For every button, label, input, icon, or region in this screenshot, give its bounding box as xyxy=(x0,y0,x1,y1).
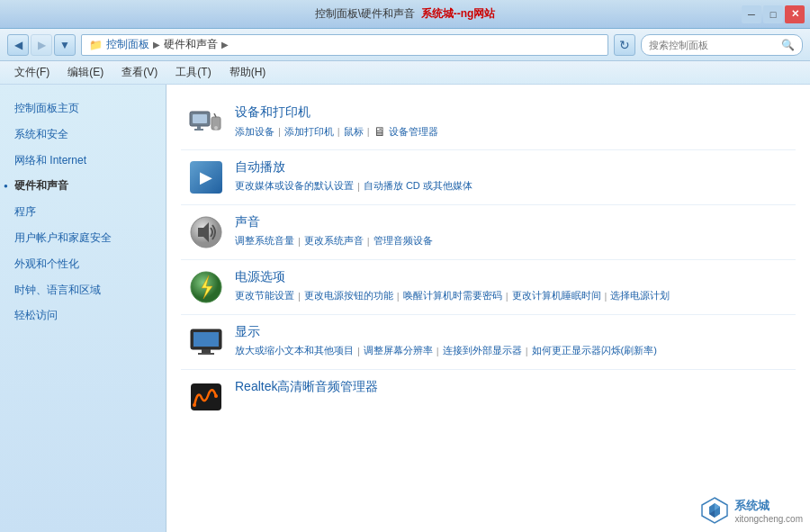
sidebar-item-network[interactable]: 网络和 Internet xyxy=(0,148,166,174)
watermark: 系统城 xitongcheng.com xyxy=(700,496,803,525)
link-change-defaults[interactable]: 更改媒体或设备的默认设置 xyxy=(235,179,354,193)
sidebar-item-clock[interactable]: 时钟、语言和区域 xyxy=(0,277,166,303)
svg-rect-1 xyxy=(193,114,207,123)
breadcrumb-arrow-2: ▶ xyxy=(221,40,229,50)
link-mouse[interactable]: 鼠标 xyxy=(344,125,364,139)
svg-rect-3 xyxy=(194,129,203,131)
section-autoplay: ▶ 自动播放 更改媒体或设备的默认设置 | 自动播放 CD 或其他媒体 xyxy=(181,150,796,205)
svg-point-16 xyxy=(193,403,196,407)
content-panel: 设备和打印机 添加设备 | 添加打印机 | 鼠标 | 🖥 设备管理器 ▶ xyxy=(166,85,810,532)
section-display: 显示 放大或缩小文本和其他项目 | 调整屏幕分辨率 | 连接到外部显示器 | 如… xyxy=(181,315,796,370)
svg-rect-14 xyxy=(198,353,214,355)
breadcrumb-arrow-1: ▶ xyxy=(153,40,160,50)
title-controls: ─ □ ✕ xyxy=(742,5,805,23)
sidebar-item-appearance[interactable]: 外观和个性化 xyxy=(0,251,166,277)
link-change-sounds[interactable]: 更改系统声音 xyxy=(304,234,364,248)
sidebar-item-programs[interactable]: 程序 xyxy=(0,199,166,225)
display-icon xyxy=(188,324,224,360)
link-add-device[interactable]: 添加设备 xyxy=(235,125,274,139)
power-links: 更改节能设置 | 更改电源按钮的功能 | 唤醒计算机时需要密码 | 更改计算机睡… xyxy=(235,289,788,302)
section-sound: 声音 调整系统音量 | 更改系统声音 | 管理音频设备 xyxy=(181,205,796,260)
title-highlight: 系统城--ng网站 xyxy=(421,7,496,20)
link-resolution[interactable]: 调整屏幕分辨率 xyxy=(364,344,433,357)
link-sleep-time[interactable]: 更改计算机睡眠时间 xyxy=(512,289,601,302)
device-manager-icon: 🖥 xyxy=(374,124,386,139)
sound-body: 声音 调整系统音量 | 更改系统声音 | 管理音频设备 xyxy=(235,214,788,248)
realtek-title[interactable]: Realtek高清晰音频管理器 xyxy=(235,379,788,395)
nav-buttons: ◀ ▶ ▼ xyxy=(7,34,76,56)
section-devices: 设备和打印机 添加设备 | 添加打印机 | 鼠标 | 🖥 设备管理器 xyxy=(181,95,796,150)
svg-rect-12 xyxy=(194,332,219,347)
link-text-size[interactable]: 放大或缩小文本和其他项目 xyxy=(235,344,354,357)
autoplay-title[interactable]: 自动播放 xyxy=(235,159,788,176)
menu-bar: 文件(F) 编辑(E) 查看(V) 工具(T) 帮助(H) xyxy=(0,61,810,85)
sound-icon xyxy=(188,214,224,250)
link-wake-password[interactable]: 唤醒计算机时需要密码 xyxy=(403,289,502,302)
search-bar: 🔍 xyxy=(641,34,803,56)
search-input[interactable] xyxy=(649,40,778,50)
autoplay-body: 自动播放 更改媒体或设备的默认设置 | 自动播放 CD 或其他媒体 xyxy=(235,159,788,193)
menu-tools[interactable]: 工具(T) xyxy=(168,63,218,82)
sound-title[interactable]: 声音 xyxy=(235,214,788,230)
watermark-logo-icon xyxy=(700,496,729,525)
devices-title[interactable]: 设备和打印机 xyxy=(235,104,788,121)
link-change-power[interactable]: 更改节能设置 xyxy=(235,289,294,302)
link-autoplay-cd[interactable]: 自动播放 CD 或其他媒体 xyxy=(364,179,472,193)
section-realtek: Realtek高清晰音频管理器 xyxy=(181,370,796,424)
link-power-buttons[interactable]: 更改电源按钮的功能 xyxy=(304,289,393,302)
link-flicker[interactable]: 如何更正显示器闪烁(刷新率) xyxy=(532,344,657,357)
link-adjust-volume[interactable]: 调整系统音量 xyxy=(235,234,294,248)
breadcrumb-root[interactable]: 控制面板 xyxy=(106,37,149,52)
devices-icon xyxy=(188,104,224,140)
forward-button[interactable]: ▶ xyxy=(31,34,52,56)
realtek-icon xyxy=(188,379,224,415)
maximize-button[interactable]: □ xyxy=(763,5,783,23)
power-body: 电源选项 更改节能设置 | 更改电源按钮的功能 | 唤醒计算机时需要密码 | 更… xyxy=(235,269,788,302)
svg-line-6 xyxy=(214,113,216,117)
section-power: 电源选项 更改节能设置 | 更改电源按钮的功能 | 唤醒计算机时需要密码 | 更… xyxy=(181,260,796,315)
power-title[interactable]: 电源选项 xyxy=(235,269,788,285)
breadcrumb: 📁 控制面板 ▶ 硬件和声音 ▶ xyxy=(81,34,608,56)
breadcrumb-folder-icon: 📁 xyxy=(89,39,103,51)
link-add-printer[interactable]: 添加打印机 xyxy=(284,125,334,139)
menu-edit[interactable]: 编辑(E) xyxy=(60,63,111,82)
sidebar-item-security[interactable]: 系统和安全 xyxy=(0,122,166,148)
sound-links: 调整系统音量 | 更改系统声音 | 管理音频设备 xyxy=(235,234,788,248)
power-icon xyxy=(188,269,224,305)
link-manage-audio[interactable]: 管理音频设备 xyxy=(374,234,433,248)
realtek-body: Realtek高清晰音频管理器 xyxy=(235,379,788,399)
minimize-button[interactable]: ─ xyxy=(742,5,761,23)
address-bar: ◀ ▶ ▼ 📁 控制面板 ▶ 硬件和声音 ▶ ↻ 🔍 xyxy=(0,29,810,61)
search-icon[interactable]: 🔍 xyxy=(781,39,795,51)
devices-links: 添加设备 | 添加打印机 | 鼠标 | 🖥 设备管理器 xyxy=(235,124,788,139)
watermark-brand: 系统城 xyxy=(734,498,803,514)
sidebar-item-accessibility[interactable]: 轻松访问 xyxy=(0,302,166,329)
svg-rect-2 xyxy=(197,126,201,129)
menu-view[interactable]: 查看(V) xyxy=(114,63,165,82)
title-bar: 控制面板\硬件和声音 系统城--ng网站 ─ □ ✕ xyxy=(0,0,810,29)
close-button[interactable]: ✕ xyxy=(785,5,805,23)
breadcrumb-current: 硬件和声音 xyxy=(164,37,218,52)
back-button[interactable]: ◀ xyxy=(7,34,29,56)
watermark-url: xitongcheng.com xyxy=(734,514,803,524)
title-bar-text: 控制面板\硬件和声音 系统城--ng网站 xyxy=(5,6,805,22)
refresh-button[interactable]: ↻ xyxy=(614,34,635,56)
sidebar-item-home[interactable]: 控制面板主页 xyxy=(0,95,166,122)
link-external-display[interactable]: 连接到外部显示器 xyxy=(443,344,522,357)
main-content: 控制面板主页 系统和安全 网络和 Internet 硬件和声音 程序 用户帐户和… xyxy=(0,85,810,532)
sidebar: 控制面板主页 系统和安全 网络和 Internet 硬件和声音 程序 用户帐户和… xyxy=(0,85,166,532)
menu-help[interactable]: 帮助(H) xyxy=(222,63,274,82)
autoplay-icon-shape: ▶ xyxy=(190,161,222,194)
link-power-plan[interactable]: 选择电源计划 xyxy=(610,289,670,302)
link-device-manager[interactable]: 设备管理器 xyxy=(389,125,438,139)
menu-file[interactable]: 文件(F) xyxy=(7,63,57,82)
display-title[interactable]: 显示 xyxy=(235,324,788,340)
dropdown-button[interactable]: ▼ xyxy=(54,34,76,56)
sidebar-item-hardware[interactable]: 硬件和声音 xyxy=(0,173,166,199)
devices-body: 设备和打印机 添加设备 | 添加打印机 | 鼠标 | 🖥 设备管理器 xyxy=(235,104,788,139)
svg-point-17 xyxy=(214,394,218,398)
autoplay-icon: ▶ xyxy=(188,159,224,195)
autoplay-links: 更改媒体或设备的默认设置 | 自动播放 CD 或其他媒体 xyxy=(235,179,788,193)
svg-point-5 xyxy=(214,126,218,130)
sidebar-item-user-accounts[interactable]: 用户帐户和家庭安全 xyxy=(0,225,166,251)
